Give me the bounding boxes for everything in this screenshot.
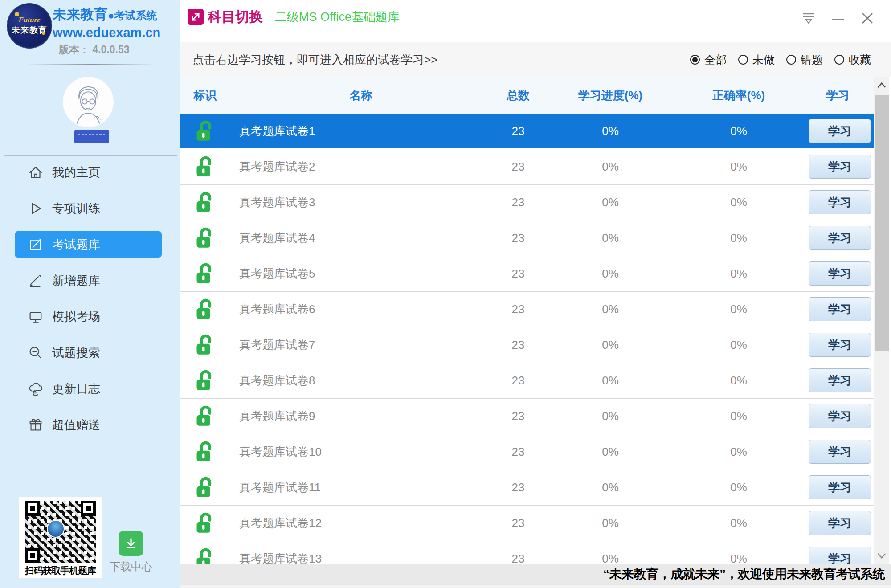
exam-total: 23 [491, 552, 545, 564]
chevron-up-icon [877, 82, 887, 89]
exam-accuracy: 0% [676, 267, 801, 281]
unlock-icon [180, 334, 230, 356]
sidebar-item-training[interactable]: 专项训练 [15, 195, 162, 222]
filter-favorite[interactable]: 收藏 [834, 53, 871, 67]
table-row[interactable]: 真考题库试卷10230%0%学习 [180, 434, 874, 469]
exam-name: 真考题库试卷2 [230, 159, 491, 175]
table-row[interactable]: 真考题库试卷4230%0%学习 [180, 220, 874, 255]
sidebar-item-new-bank[interactable]: 新增题库 [15, 267, 162, 294]
exam-progress: 0% [545, 338, 676, 352]
user-badge[interactable] [74, 130, 109, 143]
exam-total: 23 [491, 374, 545, 388]
sidebar-item-mock-exam[interactable]: 模拟考场 [15, 303, 162, 331]
table-row[interactable]: 真考题库试卷13230%0%学习 [180, 541, 874, 564]
study-button[interactable]: 学习 [809, 511, 871, 535]
filter-all[interactable]: 全部 [690, 53, 727, 67]
nav-divider [4, 155, 177, 156]
study-button[interactable]: 学习 [809, 547, 871, 564]
study-button[interactable]: 学习 [809, 475, 871, 499]
sidebar-item-exam-bank[interactable]: 考试题库 [15, 231, 162, 258]
filter-undone[interactable]: 未做 [738, 53, 775, 67]
study-button[interactable]: 学习 [809, 404, 871, 428]
chevron-down-icon [877, 552, 887, 559]
table-row[interactable]: 真考题库试卷7230%0%学习 [180, 327, 874, 362]
table-row[interactable]: 真考题库试卷12230%0%学习 [180, 506, 874, 540]
download-center-button[interactable] [119, 531, 143, 556]
table-header: 标识名称总数学习进度(%)正确率(%)学习 [180, 77, 874, 114]
unlock-icon [180, 512, 230, 534]
home-icon [27, 163, 45, 181]
brand-divider [26, 64, 156, 65]
study-button[interactable]: 学习 [809, 226, 871, 250]
sidebar-item-label: 超值赠送 [52, 417, 100, 433]
sidebar-item-home[interactable]: 我的主页 [15, 159, 162, 186]
instruction-text: 点击右边学习按钮，即可进入相应的试卷学习>> [192, 42, 437, 77]
footer-message: “未来教育，成就未来”，欢迎使用未来教育考试系统 [603, 564, 885, 585]
sidebar-item-bonus[interactable]: 超值赠送 [15, 411, 162, 439]
scroll-down-button[interactable] [874, 548, 889, 563]
exam-accuracy: 0% [676, 302, 801, 316]
column-header: 学习进度(%) [545, 88, 676, 103]
exam-accuracy: 0% [676, 160, 801, 174]
exam-accuracy: 0% [676, 481, 801, 494]
study-button[interactable]: 学习 [809, 297, 871, 321]
filter-wrong[interactable]: 错题 [786, 53, 823, 67]
exam-progress: 0% [545, 552, 676, 564]
avatar [62, 76, 114, 128]
scroll-up-button[interactable] [874, 78, 889, 92]
exam-name: 真考题库试卷7 [230, 337, 491, 353]
table-row[interactable]: 真考题库试卷3230%0%学习 [180, 185, 874, 220]
close-button[interactable] [860, 11, 875, 26]
window-menu-button[interactable] [801, 11, 816, 26]
sidebar-item-label: 新增题库 [52, 273, 100, 289]
unlock-icon [180, 547, 230, 564]
exam-progress: 0% [545, 160, 676, 174]
scrollbar-thumb[interactable] [875, 95, 889, 351]
search-icon [27, 344, 45, 362]
exam-accuracy: 0% [676, 516, 801, 530]
sidebar-item-label: 考试题库 [52, 237, 100, 253]
study-button[interactable]: 学习 [809, 368, 871, 392]
exam-progress: 0% [545, 445, 676, 459]
sidebar-item-update-log[interactable]: 更新日志 [15, 375, 162, 403]
table-row[interactable]: 真考题库试卷1230%0%学习 [180, 114, 874, 148]
table-row[interactable]: 真考题库试卷2230%0%学习 [180, 149, 874, 184]
exam-progress: 0% [545, 267, 676, 281]
exam-accuracy: 0% [676, 409, 801, 423]
study-button[interactable]: 学习 [809, 119, 871, 143]
table-row[interactable]: 真考题库试卷6230%0%学习 [180, 292, 874, 327]
sidebar-item-question-search[interactable]: 试题搜索 [15, 339, 162, 367]
exam-list: 真考题库试卷1230%0%学习真考题库试卷2230%0%学习真考题库试卷3230… [180, 114, 874, 564]
study-button[interactable]: 学习 [809, 261, 871, 286]
table-row[interactable]: 真考题库试卷5230%0%学习 [180, 256, 874, 291]
exam-accuracy: 0% [676, 124, 801, 138]
exam-name: 真考题库试卷13 [230, 551, 491, 564]
unlock-icon [180, 441, 230, 463]
table-row[interactable]: 真考题库试卷8230%0%学习 [180, 363, 874, 398]
exam-total: 23 [491, 302, 545, 316]
pencil-icon [27, 272, 45, 290]
study-button[interactable]: 学习 [809, 440, 871, 464]
scrollbar[interactable] [874, 77, 889, 564]
logo-dot [42, 32, 45, 35]
minimize-button[interactable] [830, 11, 846, 26]
qr-card: 扫码获取手机题库 [19, 497, 102, 578]
brand-logo-icon: Future 未来教育 [7, 4, 52, 48]
radio-unselected-icon [738, 55, 748, 65]
unlock-icon [180, 369, 230, 392]
table-row[interactable]: 真考题库试卷9230%0%学习 [180, 399, 874, 433]
study-button[interactable]: 学习 [809, 333, 871, 357]
exam-accuracy: 0% [676, 231, 801, 245]
download-center-label: 下载中心 [106, 559, 156, 574]
subject-switch-icon [187, 8, 204, 25]
minimize-icon [830, 11, 846, 26]
subject-switcher[interactable]: 科目切换 二级MS Office基础题库 [187, 8, 400, 26]
play-icon [27, 200, 45, 217]
exam-accuracy: 0% [676, 374, 801, 388]
exam-total: 23 [491, 124, 545, 138]
gift-icon [27, 416, 45, 434]
study-button[interactable]: 学习 [809, 190, 871, 214]
study-button[interactable]: 学习 [809, 155, 871, 179]
table-row[interactable]: 真考题库试卷11230%0%学习 [180, 470, 874, 505]
brand-text: 未来教育●考试系统 www.eduexam.cn 版本： 4.0.0.53 [53, 6, 160, 56]
